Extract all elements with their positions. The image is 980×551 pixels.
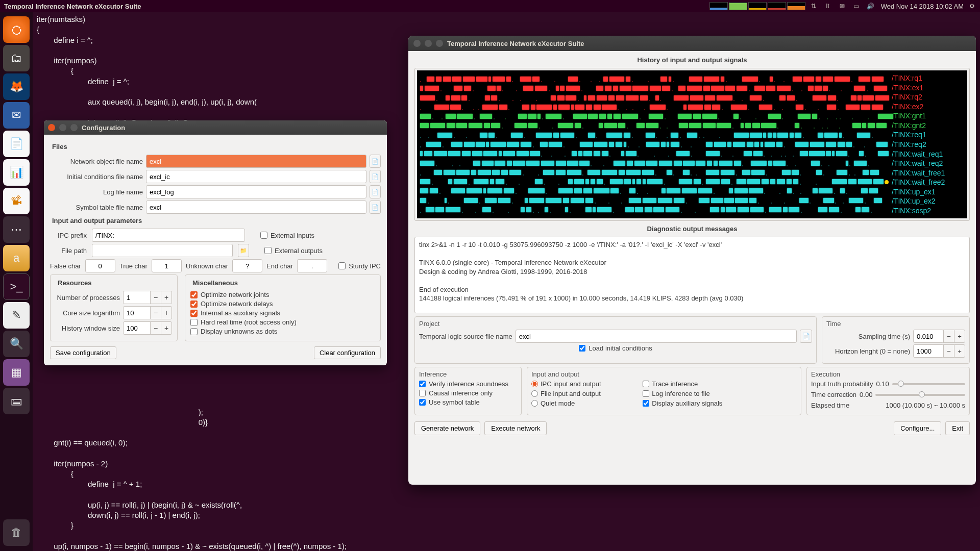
- file-open-icon[interactable]: 📄: [370, 155, 381, 168]
- signal-track: [420, 206, 878, 213]
- ipc-prefix-input[interactable]: [92, 229, 245, 242]
- mail-indicator-icon[interactable]: ✉: [838, 2, 846, 10]
- generate-button[interactable]: Generate network: [414, 421, 480, 435]
- dash-icon[interactable]: ◌: [3, 16, 30, 43]
- true-char-input[interactable]: [152, 259, 182, 272]
- search-icon[interactable]: 🔍: [3, 331, 30, 357]
- signal-history-plot: /TINX:rq1/TINX:ex1/TINX:rq2/TINX:ex2/TIN…: [417, 70, 967, 218]
- sturdy-ipc-checkbox[interactable]: [338, 262, 346, 269]
- plus-icon[interactable]: +: [161, 306, 172, 319]
- diag-title: Diagnostic output messages: [414, 225, 970, 233]
- corr-slider[interactable]: [875, 394, 965, 396]
- app-icon[interactable]: ▦: [3, 359, 30, 386]
- load-ic-checkbox[interactable]: [579, 345, 585, 352]
- signal-label: /TINX:rq1: [885, 74, 963, 82]
- sampling-input[interactable]: [913, 330, 944, 343]
- aux-checkbox[interactable]: [643, 400, 649, 407]
- ipc-radio[interactable]: [531, 381, 538, 387]
- file-radio-label: File input and output: [541, 390, 601, 397]
- files-section-title: Files: [52, 143, 379, 151]
- src-file-label: Temporal logic source file name: [419, 333, 512, 340]
- plus-icon[interactable]: +: [954, 330, 965, 343]
- trash-icon[interactable]: 🗑: [3, 519, 30, 546]
- maximize-icon[interactable]: [436, 40, 443, 47]
- logfile-checkbox[interactable]: [643, 390, 649, 397]
- text-editor-icon[interactable]: ✎: [3, 302, 30, 329]
- minus-icon[interactable]: −: [943, 330, 954, 343]
- misc-title: Miscellaneous: [192, 279, 373, 287]
- end-char-input[interactable]: [297, 259, 327, 272]
- volume-icon[interactable]: 🔊: [867, 2, 875, 10]
- external-inputs-checkbox[interactable]: [260, 232, 267, 239]
- session-gear-icon[interactable]: ⚙: [968, 2, 976, 10]
- disp-unk-checkbox[interactable]: [190, 328, 198, 335]
- opt-delays-checkbox[interactable]: [190, 300, 198, 308]
- num-proc-input[interactable]: [123, 291, 151, 304]
- hist-win-input[interactable]: [123, 321, 151, 335]
- minus-icon[interactable]: −: [150, 321, 161, 335]
- symtab-checkbox[interactable]: [419, 399, 426, 406]
- close-icon[interactable]: [48, 124, 55, 131]
- exit-button[interactable]: Exit: [945, 421, 970, 435]
- terminal-icon[interactable]: >_: [3, 273, 30, 300]
- prob-slider[interactable]: [892, 383, 965, 385]
- minimize-icon[interactable]: [425, 40, 432, 47]
- plus-icon[interactable]: +: [161, 321, 172, 335]
- file-radio[interactable]: [531, 390, 538, 397]
- clear-config-button[interactable]: Clear configuration: [314, 346, 381, 359]
- plus-icon[interactable]: +: [954, 344, 965, 358]
- src-file-input[interactable]: [516, 330, 797, 343]
- minus-icon[interactable]: −: [943, 344, 954, 358]
- network-obj-input[interactable]: [146, 155, 366, 168]
- false-char-input[interactable]: [85, 259, 115, 272]
- folder-open-icon[interactable]: 📁: [238, 244, 249, 257]
- causal-checkbox[interactable]: [419, 390, 426, 396]
- config-titlebar[interactable]: Configuration: [44, 120, 387, 135]
- minimize-icon[interactable]: [59, 124, 66, 131]
- system-monitor-graphs[interactable]: [709, 2, 805, 10]
- maximize-icon[interactable]: [70, 124, 78, 131]
- updown-icon[interactable]: ⇅: [810, 2, 818, 10]
- trace-checkbox[interactable]: [643, 381, 649, 387]
- files-icon[interactable]: 🗂: [3, 45, 30, 71]
- causal-label: Causal inference only: [429, 389, 493, 397]
- minus-icon[interactable]: −: [150, 306, 161, 319]
- clock[interactable]: Wed Nov 14 2018 10:02 AM: [881, 3, 964, 10]
- file-open-icon[interactable]: 📄: [370, 185, 381, 198]
- file-open-icon[interactable]: 📄: [800, 330, 812, 343]
- minus-icon[interactable]: −: [150, 291, 161, 304]
- internal-aux-checkbox[interactable]: [190, 310, 198, 317]
- execute-button[interactable]: Execute network: [484, 421, 547, 435]
- log-file-input[interactable]: [146, 185, 366, 198]
- battery-icon[interactable]: ▭: [852, 2, 861, 10]
- keyboard-indicator-icon[interactable]: It: [824, 2, 832, 10]
- ubuntu-software-icon[interactable]: ⋯: [3, 216, 30, 243]
- init-cond-input[interactable]: [146, 170, 366, 183]
- save-config-button[interactable]: Save configuration: [50, 346, 116, 359]
- opt-joints-checkbox[interactable]: [190, 291, 198, 298]
- core-log-input[interactable]: [123, 306, 151, 319]
- verify-checkbox[interactable]: [419, 381, 426, 387]
- tinx-titlebar[interactable]: Temporal Inference Network eXecutor Suit…: [408, 36, 976, 51]
- project-legend: Project: [419, 320, 812, 328]
- quiet-radio[interactable]: [531, 400, 538, 407]
- close-icon[interactable]: [413, 40, 421, 47]
- calc-icon[interactable]: 📊: [3, 159, 30, 186]
- configure-button[interactable]: Configure...: [894, 421, 941, 435]
- hard-rt-checkbox[interactable]: [190, 319, 198, 326]
- impress-icon[interactable]: 📽: [3, 188, 30, 214]
- amazon-icon[interactable]: a: [3, 245, 30, 271]
- file-open-icon[interactable]: 📄: [370, 201, 381, 214]
- thunderbird-icon[interactable]: ✉: [3, 102, 30, 129]
- unknown-char-input[interactable]: [232, 259, 262, 272]
- file-path-input[interactable]: [92, 244, 233, 257]
- horizon-input[interactable]: [913, 344, 944, 358]
- plus-icon[interactable]: +: [161, 291, 172, 304]
- device-icon[interactable]: 🖴: [3, 388, 30, 414]
- file-open-icon[interactable]: 📄: [370, 170, 381, 183]
- external-outputs-checkbox[interactable]: [264, 247, 272, 254]
- symtab-file-input[interactable]: [146, 201, 366, 214]
- firefox-icon[interactable]: 🦊: [3, 73, 30, 100]
- writer-icon[interactable]: 📄: [3, 131, 30, 157]
- signal-label: /TINX:ex1: [885, 84, 963, 92]
